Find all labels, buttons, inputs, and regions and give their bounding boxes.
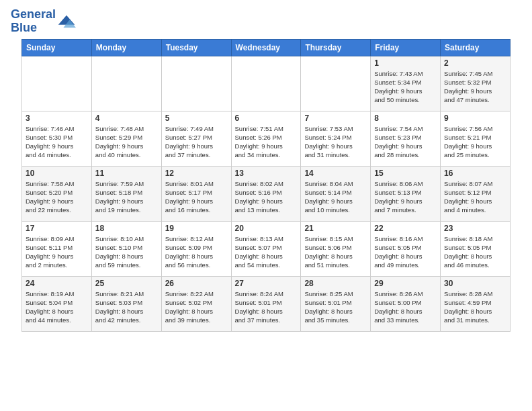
calendar-day-cell: 9Sunrise: 7:56 AM Sunset: 5:21 PM Daylig… — [441, 111, 511, 166]
day-info: Sunrise: 7:58 AM Sunset: 5:20 PM Dayligh… — [26, 179, 88, 215]
day-info: Sunrise: 7:46 AM Sunset: 5:30 PM Dayligh… — [26, 124, 88, 160]
calendar-week-row: 24Sunrise: 8:19 AM Sunset: 5:04 PM Dayli… — [22, 276, 511, 331]
day-info: Sunrise: 8:13 AM Sunset: 5:07 PM Dayligh… — [235, 234, 298, 270]
day-number: 27 — [235, 279, 298, 288]
day-info: Sunrise: 7:51 AM Sunset: 5:26 PM Dayligh… — [235, 124, 298, 160]
day-number: 5 — [165, 113, 228, 123]
calendar-day-cell: 12Sunrise: 8:01 AM Sunset: 5:17 PM Dayli… — [161, 166, 231, 221]
day-number: 3 — [26, 113, 88, 123]
calendar-day-cell: 21Sunrise: 8:15 AM Sunset: 5:06 PM Dayli… — [301, 221, 371, 276]
day-number: 1 — [374, 58, 437, 68]
page-header: GeneralBlue — [0, 0, 532, 39]
calendar-table: SundayMondayTuesdayWednesdayThursdayFrid… — [21, 39, 511, 332]
day-info: Sunrise: 7:45 AM Sunset: 5:32 PM Dayligh… — [444, 69, 506, 105]
calendar-header-cell: Tuesday — [161, 39, 231, 56]
calendar-day-cell: 8Sunrise: 7:54 AM Sunset: 5:23 PM Daylig… — [371, 111, 441, 166]
calendar-week-row: 3Sunrise: 7:46 AM Sunset: 5:30 PM Daylig… — [22, 111, 511, 166]
calendar-day-cell: 19Sunrise: 8:12 AM Sunset: 5:09 PM Dayli… — [161, 221, 231, 276]
calendar-day-cell: 25Sunrise: 8:21 AM Sunset: 5:03 PM Dayli… — [91, 276, 161, 331]
calendar-header-cell: Thursday — [301, 39, 371, 56]
day-number: 26 — [165, 279, 228, 288]
day-number: 21 — [304, 224, 367, 233]
day-number: 14 — [304, 169, 367, 178]
day-info: Sunrise: 8:21 AM Sunset: 5:03 PM Dayligh… — [95, 289, 158, 325]
day-info: Sunrise: 8:02 AM Sunset: 5:16 PM Dayligh… — [235, 179, 298, 215]
day-number: 28 — [304, 279, 367, 288]
calendar-day-cell — [22, 56, 92, 111]
day-info: Sunrise: 7:43 AM Sunset: 5:34 PM Dayligh… — [374, 69, 437, 105]
day-info: Sunrise: 7:59 AM Sunset: 5:18 PM Dayligh… — [95, 179, 158, 215]
calendar-day-cell — [231, 56, 301, 111]
day-number: 29 — [374, 279, 437, 288]
day-number: 23 — [444, 224, 506, 233]
calendar-header-cell: Friday — [371, 39, 441, 56]
day-number: 30 — [444, 279, 506, 288]
day-info: Sunrise: 8:09 AM Sunset: 5:11 PM Dayligh… — [26, 234, 88, 270]
calendar-day-cell: 3Sunrise: 7:46 AM Sunset: 5:30 PM Daylig… — [22, 111, 92, 166]
calendar-day-cell: 27Sunrise: 8:24 AM Sunset: 5:01 PM Dayli… — [231, 276, 301, 331]
day-info: Sunrise: 8:10 AM Sunset: 5:10 PM Dayligh… — [95, 234, 158, 270]
calendar-day-cell: 6Sunrise: 7:51 AM Sunset: 5:26 PM Daylig… — [231, 111, 301, 166]
calendar-day-cell: 14Sunrise: 8:04 AM Sunset: 5:14 PM Dayli… — [301, 166, 371, 221]
day-info: Sunrise: 8:06 AM Sunset: 5:13 PM Dayligh… — [374, 179, 437, 215]
calendar-day-cell: 29Sunrise: 8:26 AM Sunset: 5:00 PM Dayli… — [371, 276, 441, 331]
day-number: 6 — [235, 113, 298, 123]
calendar-day-cell: 22Sunrise: 8:16 AM Sunset: 5:05 PM Dayli… — [371, 221, 441, 276]
day-info: Sunrise: 7:56 AM Sunset: 5:21 PM Dayligh… — [444, 124, 506, 160]
day-number: 7 — [304, 113, 367, 123]
calendar-day-cell: 1Sunrise: 7:43 AM Sunset: 5:34 PM Daylig… — [371, 56, 441, 111]
day-info: Sunrise: 7:53 AM Sunset: 5:24 PM Dayligh… — [304, 124, 367, 160]
day-number: 16 — [444, 169, 506, 178]
day-info: Sunrise: 8:28 AM Sunset: 4:59 PM Dayligh… — [444, 289, 506, 325]
day-info: Sunrise: 8:16 AM Sunset: 5:05 PM Dayligh… — [374, 234, 437, 270]
day-info: Sunrise: 8:22 AM Sunset: 5:02 PM Dayligh… — [165, 289, 228, 325]
day-number: 15 — [374, 169, 437, 178]
calendar-day-cell — [301, 56, 371, 111]
day-info: Sunrise: 8:04 AM Sunset: 5:14 PM Dayligh… — [304, 179, 367, 215]
calendar-day-cell: 11Sunrise: 7:59 AM Sunset: 5:18 PM Dayli… — [91, 166, 161, 221]
day-info: Sunrise: 8:19 AM Sunset: 5:04 PM Dayligh… — [26, 289, 88, 325]
day-number: 4 — [95, 113, 158, 123]
day-info: Sunrise: 7:49 AM Sunset: 5:27 PM Dayligh… — [165, 124, 228, 160]
calendar-week-row: 10Sunrise: 7:58 AM Sunset: 5:20 PM Dayli… — [22, 166, 511, 221]
calendar-body: 1Sunrise: 7:43 AM Sunset: 5:34 PM Daylig… — [22, 56, 511, 331]
day-number: 9 — [444, 113, 506, 123]
day-number: 18 — [95, 224, 158, 233]
day-info: Sunrise: 8:15 AM Sunset: 5:06 PM Dayligh… — [304, 234, 367, 270]
day-number: 22 — [374, 224, 437, 233]
logo: GeneralBlue — [11, 8, 76, 35]
calendar-day-cell: 4Sunrise: 7:48 AM Sunset: 5:29 PM Daylig… — [91, 111, 161, 166]
calendar-day-cell: 16Sunrise: 8:07 AM Sunset: 5:12 PM Dayli… — [441, 166, 511, 221]
calendar-day-cell: 18Sunrise: 8:10 AM Sunset: 5:10 PM Dayli… — [91, 221, 161, 276]
day-info: Sunrise: 8:18 AM Sunset: 5:05 PM Dayligh… — [444, 234, 506, 270]
day-number: 8 — [374, 113, 437, 123]
day-info: Sunrise: 8:07 AM Sunset: 5:12 PM Dayligh… — [444, 179, 506, 215]
day-info: Sunrise: 8:24 AM Sunset: 5:01 PM Dayligh… — [235, 289, 298, 325]
calendar-header-cell: Wednesday — [231, 39, 301, 56]
calendar-header-cell: Saturday — [441, 39, 511, 56]
calendar-day-cell: 30Sunrise: 8:28 AM Sunset: 4:59 PM Dayli… — [441, 276, 511, 331]
calendar-day-cell: 28Sunrise: 8:25 AM Sunset: 5:01 PM Dayli… — [301, 276, 371, 331]
day-info: Sunrise: 8:26 AM Sunset: 5:00 PM Dayligh… — [374, 289, 437, 325]
calendar-header-cell: Monday — [91, 39, 161, 56]
calendar-day-cell: 5Sunrise: 7:49 AM Sunset: 5:27 PM Daylig… — [161, 111, 231, 166]
day-info: Sunrise: 8:12 AM Sunset: 5:09 PM Dayligh… — [165, 234, 228, 270]
day-number: 19 — [165, 224, 228, 233]
day-info: Sunrise: 8:01 AM Sunset: 5:17 PM Dayligh… — [165, 179, 228, 215]
calendar-day-cell: 26Sunrise: 8:22 AM Sunset: 5:02 PM Dayli… — [161, 276, 231, 331]
logo-text: GeneralBlue — [11, 8, 56, 35]
calendar-day-cell — [91, 56, 161, 111]
calendar-day-cell: 24Sunrise: 8:19 AM Sunset: 5:04 PM Dayli… — [22, 276, 92, 331]
calendar-day-cell: 10Sunrise: 7:58 AM Sunset: 5:20 PM Dayli… — [22, 166, 92, 221]
calendar-day-cell: 17Sunrise: 8:09 AM Sunset: 5:11 PM Dayli… — [22, 221, 92, 276]
day-number: 2 — [444, 58, 506, 68]
day-info: Sunrise: 8:25 AM Sunset: 5:01 PM Dayligh… — [304, 289, 367, 325]
day-number: 12 — [165, 169, 228, 178]
calendar-day-cell: 7Sunrise: 7:53 AM Sunset: 5:24 PM Daylig… — [301, 111, 371, 166]
calendar-day-cell: 20Sunrise: 8:13 AM Sunset: 5:07 PM Dayli… — [231, 221, 301, 276]
calendar-day-cell: 2Sunrise: 7:45 AM Sunset: 5:32 PM Daylig… — [441, 56, 511, 111]
calendar-header-row: SundayMondayTuesdayWednesdayThursdayFrid… — [22, 39, 511, 56]
day-info: Sunrise: 7:48 AM Sunset: 5:29 PM Dayligh… — [95, 124, 158, 160]
logo-icon — [57, 12, 76, 31]
calendar-week-row: 17Sunrise: 8:09 AM Sunset: 5:11 PM Dayli… — [22, 221, 511, 276]
